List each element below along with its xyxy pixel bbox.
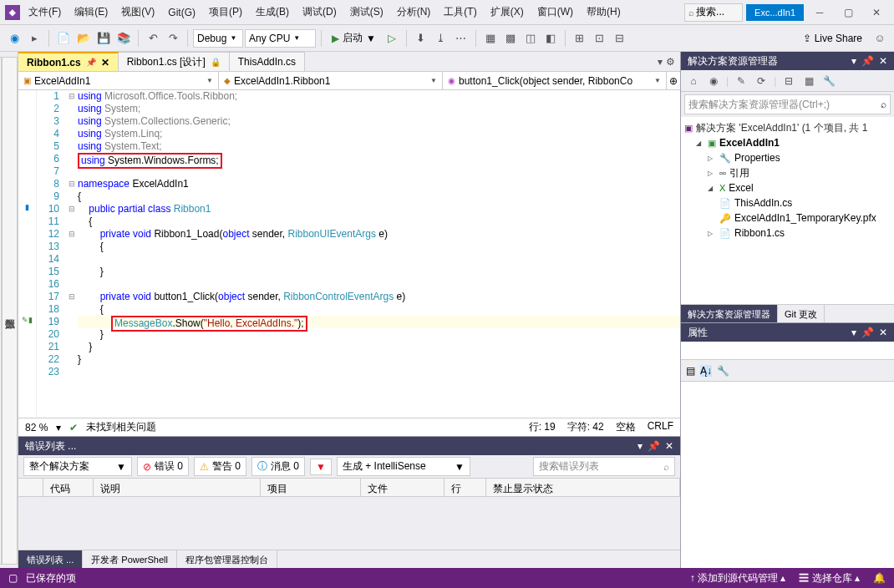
menu-tools[interactable]: 工具(T) <box>439 2 481 23</box>
save-button[interactable]: 💾 <box>94 29 113 48</box>
save-all-button[interactable]: 📚 <box>114 29 133 48</box>
col-suppress[interactable]: 禁止显示状态 <box>486 479 680 496</box>
nav-member-dropdown[interactable]: ◉button1_Click(object sender, RibbonCo▼ <box>443 72 667 89</box>
col-file[interactable]: 文件 <box>361 479 444 496</box>
new-file-button[interactable]: 📄 <box>54 29 73 48</box>
tab-settings-icon[interactable]: ⚙ <box>666 56 675 68</box>
menu-project[interactable]: 项目(P) <box>204 2 247 23</box>
menu-edit[interactable]: 编辑(E) <box>69 2 113 23</box>
toolbar-btn-10[interactable]: ⊟ <box>611 29 629 48</box>
undo-button[interactable]: ↶ <box>144 29 162 48</box>
scope-dropdown[interactable]: 整个解决方案▼ <box>23 457 132 476</box>
toolbar-btn-4[interactable]: ▦ <box>481 29 500 48</box>
open-button[interactable]: 📂 <box>74 29 93 48</box>
indentation[interactable]: 空格 <box>616 420 636 434</box>
col-code[interactable]: 代码 <box>43 479 94 496</box>
nav-back-button[interactable]: ◉ <box>5 29 23 48</box>
toolbar-btn-5[interactable]: ▩ <box>501 29 520 48</box>
tab-package-manager[interactable]: 程序包管理器控制台 <box>177 550 277 568</box>
menu-build[interactable]: 生成(B) <box>251 2 294 23</box>
switch-view-button[interactable]: ◉ <box>706 74 721 89</box>
code-editor[interactable]: using Microsoft.Office.Tools.Ribbon;usin… <box>78 90 680 418</box>
tab-solution-explorer[interactable]: 解决方案资源管理器 <box>681 305 778 322</box>
window-maximize[interactable]: ▢ <box>836 3 861 22</box>
col-line[interactable]: 行 <box>444 479 486 496</box>
notifications-icon[interactable]: 🔔 <box>873 572 886 584</box>
fold-gutter[interactable]: ⊟ ⊟⊟⊟ ⊟ <box>66 90 78 418</box>
alphabetical-button[interactable]: Ą↓ <box>700 365 712 377</box>
side-tab-toolbox[interactable]: 工具箱 <box>0 57 2 565</box>
solution-search[interactable]: 搜索解决方案资源管理器(Ctrl+;) ⌕ <box>684 94 891 114</box>
errors-filter[interactable]: ⊘错误 0 <box>137 457 189 476</box>
tab-ribbon1-cs[interactable]: Ribbon1.cs📌✕ <box>18 52 119 71</box>
toolbar-btn-3[interactable]: ⋯ <box>452 29 470 48</box>
menu-git[interactable]: Git(G) <box>163 3 201 22</box>
col-project[interactable]: 项目 <box>261 479 361 496</box>
panel-close-icon[interactable]: ✕ <box>665 440 673 452</box>
collapse-all-button[interactable]: ⊟ <box>781 74 796 89</box>
live-share-button[interactable]: ⇪Live Share <box>796 33 869 44</box>
toolbar-btn-7[interactable]: ◧ <box>541 29 560 48</box>
sync-button[interactable]: ⟳ <box>754 74 769 89</box>
menu-file[interactable]: 文件(F) <box>23 2 66 23</box>
tab-ribbon1-design[interactable]: Ribbon1.cs [设计]🔒 <box>119 52 230 71</box>
menu-analyze[interactable]: 分析(N) <box>392 2 436 23</box>
pin-icon[interactable]: 📌 <box>86 58 96 67</box>
global-search[interactable]: ⌕搜索... <box>684 3 743 22</box>
menu-view[interactable]: 视图(V) <box>116 2 160 23</box>
panel-close-icon[interactable]: ✕ <box>879 327 887 338</box>
window-close[interactable]: ✕ <box>864 3 889 22</box>
panel-close-icon[interactable]: ✕ <box>879 55 887 67</box>
feedback-button[interactable]: ☺ <box>871 29 889 48</box>
props-wrench-button[interactable]: 🔧 <box>717 365 729 377</box>
panel-dropdown-icon[interactable]: ▾ <box>851 55 856 67</box>
platform-dropdown[interactable]: Any CPU▼ <box>245 29 316 48</box>
col-description[interactable]: 说明 <box>94 479 261 496</box>
start-debug-button[interactable]: ▶启动▼ <box>327 29 381 48</box>
toolbar-btn-1[interactable]: ⬇ <box>412 29 430 48</box>
tab-thisaddin[interactable]: ThisAddIn.cs <box>230 52 305 71</box>
categorized-button[interactable]: ▤ <box>686 365 695 377</box>
nav-forward-button[interactable]: ▸ <box>25 29 43 48</box>
redo-button[interactable]: ↷ <box>164 29 182 48</box>
panel-pin-icon[interactable]: 📌 <box>861 327 874 338</box>
panel-dropdown-icon[interactable]: ▾ <box>637 440 643 452</box>
tab-powershell[interactable]: 开发者 PowerShell <box>83 550 177 568</box>
nav-class-dropdown[interactable]: ◆ExcelAddIn1.Ribbon1▼ <box>219 72 443 89</box>
config-dropdown[interactable]: Debug▼ <box>193 29 243 48</box>
panel-dropdown-icon[interactable]: ▾ <box>851 327 856 338</box>
zoom-level[interactable]: 82 % <box>25 422 48 433</box>
panel-pin-icon[interactable]: 📌 <box>648 440 660 452</box>
warnings-filter[interactable]: ⚠警告 0 <box>194 457 246 476</box>
split-editor-button[interactable]: ⊕ <box>667 72 680 89</box>
solution-tree[interactable]: ▣解决方案 'ExcelAddIn1' (1 个项目, 共 1 ◢▣ExcelA… <box>681 117 894 304</box>
error-search[interactable]: 搜索错误列表⌕ <box>533 457 675 476</box>
toolbar-btn-8[interactable]: ⊞ <box>571 29 589 48</box>
add-source-control[interactable]: ↑ 添加到源代码管理 ▴ <box>690 571 786 585</box>
panel-pin-icon[interactable]: 📌 <box>861 55 874 67</box>
properties-grid[interactable] <box>681 382 894 568</box>
properties-button[interactable]: 🔧 <box>821 74 836 89</box>
select-repo[interactable]: ☰ 选择仓库 ▴ <box>799 571 860 585</box>
pending-changes-button[interactable]: ✎ <box>734 74 749 89</box>
close-icon[interactable]: ✕ <box>101 57 109 68</box>
tab-git-changes[interactable]: Git 更改 <box>778 305 825 322</box>
side-tab-datasources[interactable]: 数据源 <box>2 57 18 565</box>
menu-debug[interactable]: 调试(D) <box>297 2 342 23</box>
output-icon[interactable]: ▢ <box>8 572 18 584</box>
build-filter-button[interactable]: ▼ <box>310 459 332 475</box>
show-all-button[interactable]: ▦ <box>801 74 816 89</box>
menu-extensions[interactable]: 扩展(X) <box>485 2 529 23</box>
home-button[interactable]: ⌂ <box>686 74 701 89</box>
nav-project-dropdown[interactable]: ▣ExcelAddIn1▼ <box>18 72 219 89</box>
menu-test[interactable]: 测试(S) <box>345 2 389 23</box>
build-intellisense-dropdown[interactable]: 生成 + IntelliSense▼ <box>337 457 470 476</box>
menu-help[interactable]: 帮助(H) <box>582 2 626 23</box>
tab-error-list[interactable]: 错误列表 ... <box>18 550 83 568</box>
line-ending[interactable]: CRLF <box>648 420 673 434</box>
tab-dropdown-icon[interactable]: ▾ <box>658 56 663 68</box>
start-without-debug-button[interactable]: ▷ <box>383 29 401 48</box>
menu-window[interactable]: 窗口(W) <box>532 2 578 23</box>
messages-filter[interactable]: ⓘ消息 0 <box>251 457 305 476</box>
toolbar-btn-6[interactable]: ◫ <box>521 29 540 48</box>
